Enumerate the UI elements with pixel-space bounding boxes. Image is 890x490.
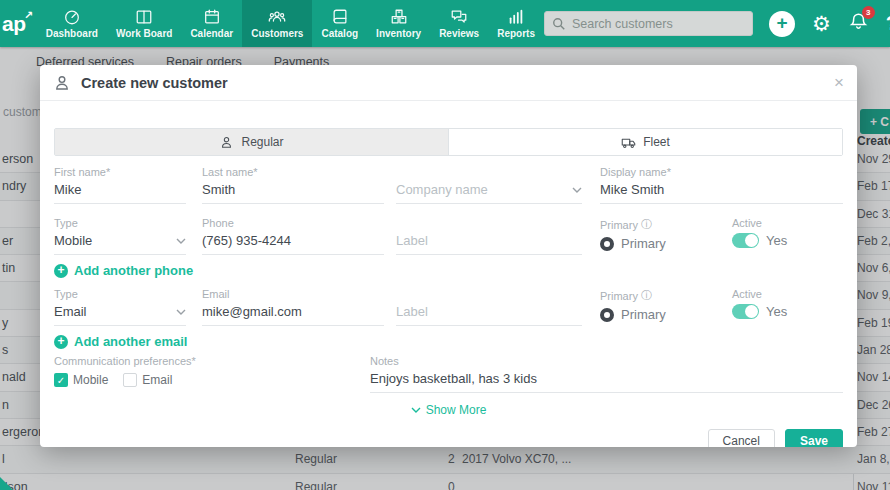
phone-type-value: Mobile (54, 233, 92, 248)
field-label: Last name* (202, 166, 384, 178)
display-name-input[interactable]: Mike Smith (600, 182, 843, 204)
email-label-field[interactable]: Label (396, 288, 582, 326)
email-active-toggle[interactable] (732, 304, 759, 319)
add-another-phone-link[interactable]: + Add another phone (40, 263, 207, 278)
plus-icon: + (54, 264, 68, 278)
reviews-icon (449, 8, 469, 26)
chevron-down-icon (572, 187, 582, 193)
email-checkbox[interactable] (123, 373, 137, 387)
company-placeholder: Company name (396, 182, 488, 197)
nav-item-catalog[interactable]: Catalog (312, 0, 367, 47)
email-type-select[interactable]: Email (54, 304, 186, 326)
email-type-field[interactable]: Type Email (54, 288, 186, 326)
email-input[interactable]: mike@gmail.com (202, 304, 384, 326)
email-label-input[interactable]: Label (396, 304, 582, 326)
field-label: Active (732, 288, 787, 300)
field-label: Phone (202, 217, 384, 229)
catalog-icon (330, 8, 350, 26)
cancel-button[interactable]: Cancel (708, 429, 775, 447)
toggle-label: Yes (766, 304, 787, 319)
add-email-label: Add another email (74, 334, 187, 349)
add-another-email-link[interactable]: + Add another email (40, 334, 201, 349)
field-label (396, 166, 582, 178)
notifications-button[interactable]: 3 (848, 11, 869, 36)
phone-label-field[interactable]: Label (396, 217, 582, 255)
phone-active-field: Active Yes (732, 217, 787, 248)
phone-type-select[interactable]: Mobile (54, 233, 186, 255)
tab-label: Fleet (643, 135, 670, 149)
person-icon (53, 74, 71, 92)
field-label: Type (54, 217, 186, 229)
save-button[interactable]: Save (785, 429, 843, 447)
reports-icon (506, 8, 526, 26)
nav-label: Dashboard (46, 28, 98, 39)
nav-item-work-board[interactable]: Work Board (107, 0, 182, 47)
nav-item-reviews[interactable]: Reviews (430, 0, 488, 47)
phone-active-toggle[interactable] (732, 233, 759, 248)
app-logo[interactable]: ap↗ (2, 12, 31, 36)
radio-label: Primary (621, 236, 666, 251)
notes-field[interactable]: Notes Enjoys basketball, has 3 kids (370, 355, 843, 393)
nav-item-reports[interactable]: Reports (488, 0, 544, 47)
logo-text: ap (2, 12, 26, 35)
tab-label: Regular (241, 135, 283, 149)
chevron-down-icon (411, 407, 421, 413)
plus-icon: + (54, 335, 68, 349)
email-primary-radio[interactable] (600, 308, 614, 322)
work-board-icon (134, 8, 154, 26)
nav-label: Catalog (321, 28, 358, 39)
display-name-field[interactable]: Display name* Mike Smith (600, 166, 843, 204)
notes-input[interactable]: Enjoys basketball, has 3 kids (370, 371, 843, 393)
help-button[interactable]: ? (886, 12, 890, 35)
search-bar[interactable] (544, 11, 753, 36)
nav-item-calendar[interactable]: Calendar (181, 0, 242, 47)
field-label: Display name* (600, 166, 843, 178)
tab-fleet[interactable]: Fleet (448, 129, 842, 155)
radio-label: Primary (621, 307, 666, 322)
field-label: Notes (370, 355, 843, 367)
nav-label: Inventory (376, 28, 421, 39)
first-name-input[interactable]: Mike (54, 182, 186, 204)
last-name-field[interactable]: Last name* Smith (202, 166, 384, 204)
create-customer-modal: Create new customer × Regular Fleet Firs… (40, 65, 857, 447)
nav-label: Work Board (116, 28, 173, 39)
nav-label: Customers (251, 28, 303, 39)
checkbox-label: Mobile (73, 373, 108, 387)
phone-primary-radio[interactable] (600, 237, 614, 251)
show-more-link[interactable]: Show More (40, 403, 857, 417)
top-nav: ap↗ Dashboard Work Board Calendar Custom… (0, 0, 890, 47)
phone-primary-field: Primaryⓘ Primary (600, 217, 843, 251)
email-active-field: Active Yes (732, 288, 787, 319)
settings-button[interactable]: ⚙ (812, 13, 831, 34)
prefs-notes-row: Communication preferences* ✓ Mobile Emai… (40, 355, 857, 393)
nav-item-customers[interactable]: Customers (242, 0, 312, 47)
company-name-field[interactable]: Company name (396, 166, 582, 204)
email-row: Type Email Email mike@gmail.com Label Pr… (40, 288, 857, 326)
toggle-knob (745, 234, 758, 247)
company-name-select[interactable]: Company name (396, 182, 582, 204)
field-label (396, 217, 582, 229)
modal-header: Create new customer × (40, 65, 857, 101)
phone-type-field[interactable]: Type Mobile (54, 217, 186, 255)
first-name-field[interactable]: First name* Mike (54, 166, 186, 204)
checkbox-label: Email (142, 373, 172, 387)
field-label: Type (54, 288, 186, 300)
search-input[interactable] (572, 17, 745, 31)
close-icon[interactable]: × (834, 74, 844, 91)
tab-regular[interactable]: Regular (55, 129, 448, 155)
quick-add-button[interactable]: + (769, 11, 795, 37)
nav-item-inventory[interactable]: Inventory (367, 0, 430, 47)
phone-field[interactable]: Phone (765) 935-4244 (202, 217, 384, 255)
mobile-checkbox[interactable]: ✓ (54, 373, 68, 387)
nav-items: Dashboard Work Board Calendar Customers … (37, 0, 544, 47)
email-field[interactable]: Email mike@gmail.com (202, 288, 384, 326)
chat-widget-corner[interactable] (0, 477, 13, 490)
email-type-value: Email (54, 304, 87, 319)
last-name-input[interactable]: Smith (202, 182, 384, 204)
phone-label-input[interactable]: Label (396, 233, 582, 255)
plus-icon: + (776, 13, 787, 32)
phone-input[interactable]: (765) 935-4244 (202, 233, 384, 255)
search-icon (552, 17, 566, 31)
customers-icon (267, 8, 287, 26)
nav-item-dashboard[interactable]: Dashboard (37, 0, 107, 47)
